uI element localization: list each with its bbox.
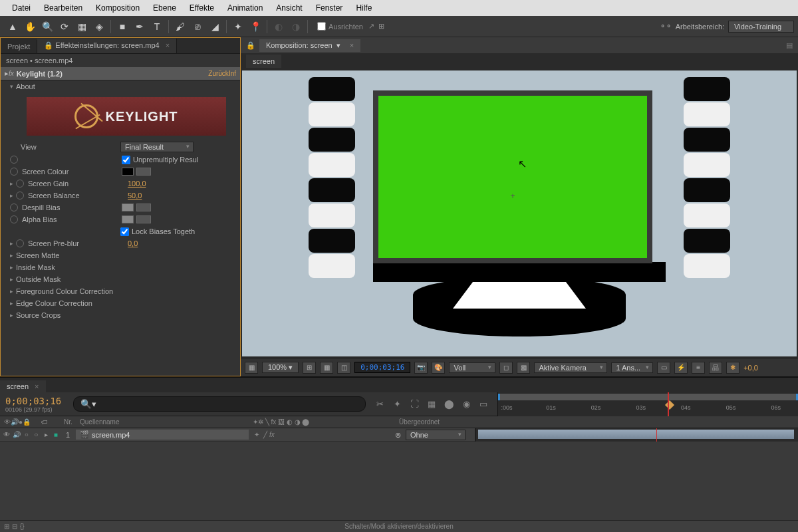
menu-help[interactable]: Hilfe [349, 1, 378, 15]
align-checkbox[interactable] [317, 22, 326, 31]
tab-project[interactable]: Projekt [1, 40, 37, 53]
eyedropper-icon[interactable] [136, 168, 151, 176]
timeline-search-input[interactable] [73, 396, 366, 412]
timeline-timecode[interactable]: 0;00;03;16 00106 (29.97 fps) [0, 394, 73, 414]
misc-tool-1-icon[interactable]: ◐ [271, 19, 286, 34]
effect-info-link[interactable]: Inf [229, 70, 236, 77]
misc-tool-2-icon[interactable]: ◑ [289, 19, 303, 34]
dropdown-icon[interactable]: ▾ [336, 41, 340, 50]
eyedropper-icon[interactable] [136, 215, 151, 223]
prop-screen-balance[interactable]: Screen Balance 50,0 [1, 190, 240, 201]
brush-tool-icon[interactable]: 🖌 [173, 19, 188, 34]
tl-tool-3-icon[interactable]: ⛶ [408, 398, 420, 410]
menu-view[interactable]: Ansicht [269, 1, 309, 15]
pixel-aspect-icon[interactable]: ▭ [657, 362, 670, 374]
stopwatch-icon[interactable] [16, 180, 24, 188]
composition-tab[interactable]: Komposition: screen ▾ × [259, 39, 360, 52]
pen-tool-icon[interactable]: ✒ [132, 19, 147, 34]
tl-tool-7-icon[interactable]: ▭ [477, 398, 489, 410]
screen-gain-value[interactable]: 100,0 [128, 180, 146, 188]
prop-edge-cc[interactable]: Edge Colour Correction [1, 297, 240, 309]
close-tab-icon[interactable]: × [35, 382, 39, 390]
effect-header[interactable]: ▸ fx Keylight (1.2) Zurück Inf [1, 67, 240, 80]
exposure-value[interactable]: +0,0 [743, 364, 758, 372]
stopwatch-icon[interactable] [16, 239, 24, 247]
prop-foreground-cc[interactable]: Foreground Colour Correction [1, 285, 240, 297]
pin-tool-icon[interactable]: 📍 [248, 19, 263, 34]
rotate-tool-icon[interactable]: ⟳ [57, 19, 72, 34]
layer-clip[interactable] [478, 430, 794, 439]
view-dropdown[interactable]: Final Result [120, 142, 194, 152]
eraser-tool-icon[interactable]: ◢ [207, 19, 222, 34]
channel-icon[interactable]: 🎨 [432, 362, 445, 374]
camera-tool-icon[interactable]: ▦ [74, 19, 89, 34]
timeline-tab-screen[interactable]: screen × [0, 380, 46, 392]
playhead-line[interactable] [668, 392, 669, 416]
exposure-reset-icon[interactable]: ✱ [726, 362, 739, 374]
preblur-value[interactable]: 0,0 [128, 239, 138, 247]
toggle-modes-icon[interactable]: ⊟ [12, 523, 17, 530]
close-tab-icon[interactable]: × [166, 41, 170, 49]
timeline-icon[interactable]: ≡ [692, 362, 705, 374]
layer-track[interactable] [475, 428, 798, 442]
menu-edit[interactable]: Bearbeiten [37, 1, 89, 15]
tl-tool-4-icon[interactable]: ▦ [426, 398, 438, 410]
stopwatch-icon[interactable] [16, 192, 24, 200]
composition-viewport[interactable]: ↖ + [242, 70, 797, 356]
stopwatch-icon[interactable] [10, 168, 18, 176]
layer-name[interactable]: 🎬 screen.mp4 [76, 430, 249, 440]
menu-composition[interactable]: Komposition [89, 1, 146, 15]
audio-icon[interactable]: 🔊 [13, 431, 21, 438]
close-tab-icon[interactable]: × [350, 41, 354, 49]
roto-tool-icon[interactable]: ✦ [231, 19, 245, 34]
text-tool-icon[interactable]: T [150, 19, 164, 34]
flowchart-icon[interactable]: 品 [709, 362, 722, 374]
unpremultiply-checkbox[interactable] [122, 156, 130, 164]
hand-tool-icon[interactable]: ✋ [23, 19, 37, 34]
anchor-tool-icon[interactable]: ◈ [92, 19, 106, 34]
colour-swatch[interactable] [122, 168, 134, 176]
tl-tool-1-icon[interactable]: ✂ [374, 398, 386, 410]
prop-screen-matte[interactable]: Screen Matte [1, 249, 240, 261]
search-workspace-icon[interactable]: ⚬⚬ [660, 22, 672, 31]
colour-swatch[interactable] [122, 215, 134, 223]
prop-inside-mask[interactable]: Inside Mask [1, 261, 240, 273]
menu-file[interactable]: Datei [5, 1, 37, 15]
timeline-ruler[interactable]: :00s 01s 02s 03s 04s 05s 06s [497, 392, 798, 416]
zoom-dropdown[interactable]: 100% ▾ [262, 362, 299, 373]
stopwatch-icon[interactable] [10, 203, 18, 211]
fast-preview-icon[interactable]: ⚡ [674, 362, 688, 374]
resolution-dropdown[interactable]: Voll [449, 362, 495, 373]
rectangle-tool-icon[interactable]: ■ [115, 19, 130, 34]
menu-effects[interactable]: Effekte [183, 1, 221, 15]
prop-screen-gain[interactable]: Screen Gain 100,0 [1, 178, 240, 190]
timecode-display[interactable]: 0;00;03;16 [354, 362, 410, 373]
roi-icon[interactable]: ◻ [499, 362, 513, 374]
effect-reset-link[interactable]: Zurück [208, 70, 229, 77]
lock-icon[interactable]: ○ [32, 431, 41, 438]
prop-source-crops[interactable]: Source Crops [1, 309, 240, 321]
label-colour-icon[interactable]: ■ [51, 431, 60, 438]
panel-menu-icon[interactable]: ▤ [786, 41, 793, 50]
prop-screen-preblur[interactable]: Screen Pre-blur 0,0 [1, 237, 240, 249]
brackets-icon[interactable]: {} [20, 523, 25, 530]
grid-icon[interactable]: ▦ [320, 362, 333, 374]
prop-about[interactable]: About [1, 80, 240, 92]
selection-tool-icon[interactable]: ▲ [5, 19, 20, 34]
menu-animation[interactable]: Animation [221, 1, 269, 15]
playhead-diamond-icon[interactable] [664, 400, 674, 409]
transparency-grid-icon[interactable]: ▩ [517, 362, 530, 374]
parent-dropdown[interactable]: Ohne [406, 430, 466, 440]
layer-row[interactable]: 👁 🔊 ○ ○ ▸ ■ 1 🎬 screen.mp4 ✦╱fx ⊚ Ohne [0, 428, 798, 442]
lock-biases-checkbox[interactable] [120, 227, 129, 236]
stopwatch-icon[interactable] [10, 215, 18, 223]
expand-icon[interactable]: ▸ [42, 431, 51, 438]
snapshot-icon[interactable]: 📷 [414, 362, 428, 374]
eyedropper-icon[interactable] [136, 203, 151, 211]
workspace-dropdown[interactable]: Video-Training [728, 21, 794, 33]
panel-lock-icon[interactable]: 🔒 [246, 41, 255, 50]
menu-window[interactable]: Fenster [309, 1, 350, 15]
prop-outside-mask[interactable]: Outside Mask [1, 273, 240, 285]
menu-layer[interactable]: Ebene [146, 1, 183, 15]
toggle-switches-icon[interactable]: ⊞ [4, 523, 9, 530]
